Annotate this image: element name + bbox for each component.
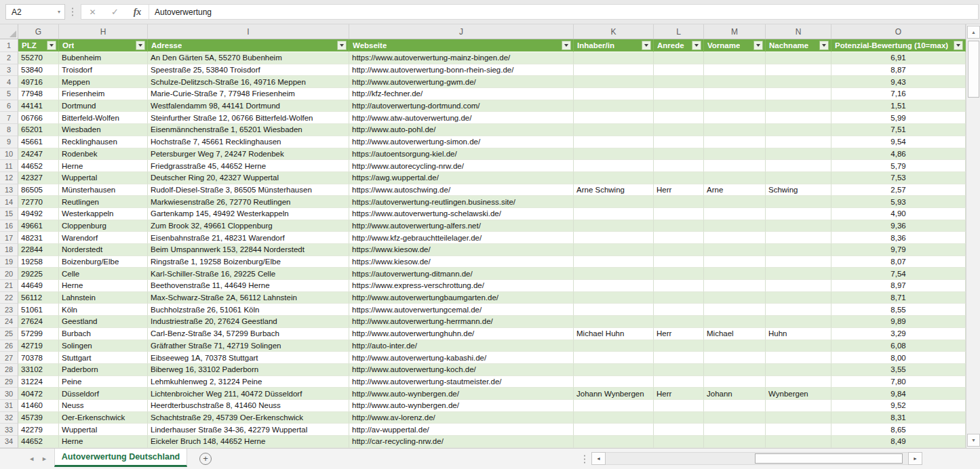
- row-header[interactable]: 1: [0, 39, 18, 52]
- next-sheet-icon[interactable]: ►: [41, 455, 47, 462]
- cell[interactable]: 8,00: [831, 352, 966, 364]
- cell[interactable]: Troisdorf: [59, 64, 148, 77]
- cell[interactable]: [574, 340, 654, 352]
- cell[interactable]: Münsterhausen: [59, 184, 148, 197]
- cell[interactable]: [574, 196, 654, 208]
- cell[interactable]: 42719: [18, 340, 59, 352]
- cell[interactable]: [766, 280, 831, 292]
- cell[interactable]: [574, 280, 654, 292]
- cell[interactable]: Zum Brook 32, 49661 Cloppenburg: [148, 220, 349, 232]
- cell[interactable]: Eickeler Bruch 148, 44652 Herne: [148, 436, 349, 448]
- cell[interactable]: 8,71: [831, 292, 966, 304]
- cell[interactable]: 7,16: [831, 88, 966, 100]
- cell[interactable]: [654, 256, 704, 268]
- cell[interactable]: [704, 292, 766, 304]
- cell[interactable]: [704, 232, 766, 244]
- scroll-down-icon[interactable]: ▼: [967, 434, 980, 447]
- cell[interactable]: 6,91: [831, 52, 966, 64]
- cell[interactable]: [766, 268, 831, 280]
- table-column-header[interactable]: Inhaber/in: [574, 39, 654, 52]
- table-column-header[interactable]: Adresse: [148, 39, 349, 52]
- cell[interactable]: http://www.autoverwertungbaumgarten.de/: [349, 292, 574, 304]
- cell[interactable]: Solingen: [59, 340, 148, 352]
- cell[interactable]: [704, 412, 766, 424]
- filter-dropdown-icon[interactable]: [954, 41, 963, 50]
- cell[interactable]: Rudolf-Diesel-Straße 3, 86505 Münsterhau…: [148, 184, 349, 197]
- cell[interactable]: [574, 424, 654, 436]
- cell[interactable]: [654, 424, 704, 436]
- cell[interactable]: [704, 160, 766, 172]
- cell[interactable]: [574, 208, 654, 220]
- cell[interactable]: 7,51: [831, 124, 966, 136]
- cell[interactable]: 53840: [18, 64, 59, 77]
- cell[interactable]: [766, 172, 831, 184]
- cell[interactable]: [704, 400, 766, 412]
- filter-dropdown-icon[interactable]: [819, 41, 829, 50]
- cell[interactable]: [766, 76, 831, 88]
- cell[interactable]: [766, 316, 831, 328]
- cell[interactable]: 8,97: [831, 280, 966, 292]
- cell[interactable]: http://www.autoverwertung-stautmeister.d…: [349, 376, 574, 388]
- filter-dropdown-icon[interactable]: [337, 41, 347, 50]
- cell[interactable]: Bitterfeld-Wolfen: [59, 112, 148, 124]
- filter-dropdown-icon[interactable]: [692, 41, 701, 50]
- cell[interactable]: Eisenbahnstraße 21, 48231 Warendorf: [148, 232, 349, 244]
- cell[interactable]: Industriestraße 20, 27624 Geestland: [148, 316, 349, 328]
- cell[interactable]: https://www.autoverwertung-schelawski.de…: [349, 208, 574, 220]
- cell[interactable]: Schwing: [766, 184, 831, 197]
- cell[interactable]: [654, 352, 704, 364]
- table-column-header[interactable]: Webseite: [349, 39, 574, 52]
- cell[interactable]: [574, 268, 654, 280]
- cell[interactable]: [766, 256, 831, 268]
- cell[interactable]: [654, 364, 704, 376]
- cell[interactable]: 27624: [18, 316, 59, 328]
- cell[interactable]: https://autoverwertung-ditmann.de/: [349, 268, 574, 280]
- cell[interactable]: http://www.auto-pohl.de/: [349, 124, 574, 136]
- cell[interactable]: [704, 112, 766, 124]
- cell[interactable]: http://www.autoverwertunghuhn.de/: [349, 328, 574, 340]
- cell[interactable]: Deutscher Ring 20, 42327 Wuppertal: [148, 172, 349, 184]
- cell[interactable]: [654, 196, 704, 208]
- cell[interactable]: Boizenburg/Elbe: [59, 256, 148, 268]
- cell[interactable]: Warendorf: [59, 232, 148, 244]
- cell[interactable]: 51061: [18, 304, 59, 316]
- cell[interactable]: 55270: [18, 52, 59, 64]
- cell[interactable]: [654, 400, 704, 412]
- cell[interactable]: Wynbergen: [766, 388, 831, 400]
- row-header[interactable]: 25: [0, 328, 18, 340]
- cell[interactable]: Gartenkamp 145, 49492 Westerkappeln: [148, 208, 349, 220]
- cell[interactable]: [654, 280, 704, 292]
- cell[interactable]: 6,08: [831, 340, 966, 352]
- table-column-header[interactable]: Potenzial-Bewertung (10=max): [831, 39, 966, 52]
- cell[interactable]: [766, 304, 831, 316]
- cell[interactable]: http://www.av-lorenz.de/: [349, 412, 574, 424]
- column-header-I[interactable]: I: [148, 24, 349, 39]
- cell[interactable]: [654, 64, 704, 77]
- filter-dropdown-icon[interactable]: [47, 41, 56, 50]
- cell[interactable]: Wuppertal: [59, 424, 148, 436]
- column-header-M[interactable]: M: [704, 24, 766, 39]
- cell[interactable]: Linderhauser Straße 34-36, 42279 Wuppert…: [148, 424, 349, 436]
- cell[interactable]: [574, 352, 654, 364]
- cell[interactable]: 44652: [18, 160, 59, 172]
- cell[interactable]: Hochstraße 7, 45661 Recklinghausen: [148, 136, 349, 148]
- cell[interactable]: Ringstraße 1, 19258 Boizenburg/Elbe: [148, 256, 349, 268]
- cell[interactable]: [574, 112, 654, 124]
- cell[interactable]: Herne: [59, 436, 148, 448]
- cell[interactable]: Marie-Curie-Straße 7, 77948 Friesenheim: [148, 88, 349, 100]
- cell[interactable]: Neuss: [59, 400, 148, 412]
- cell[interactable]: [766, 376, 831, 388]
- cell[interactable]: Arne Schwing: [574, 184, 654, 197]
- cell[interactable]: [574, 148, 654, 161]
- cell[interactable]: http://www.auto-wynbergen.de/: [349, 388, 574, 400]
- cell[interactable]: An Den Gärten 5A, 55270 Bubenheim: [148, 52, 349, 64]
- row-header[interactable]: 13: [0, 184, 18, 197]
- cell[interactable]: [574, 436, 654, 448]
- cell[interactable]: [574, 52, 654, 64]
- cell[interactable]: [766, 436, 831, 448]
- cell[interactable]: Max-Schwarz-Straße 2A, 56112 Lahnstein: [148, 292, 349, 304]
- cell[interactable]: [574, 256, 654, 268]
- cell[interactable]: 3,29: [831, 328, 966, 340]
- cell[interactable]: [704, 64, 766, 77]
- cell[interactable]: 45661: [18, 136, 59, 148]
